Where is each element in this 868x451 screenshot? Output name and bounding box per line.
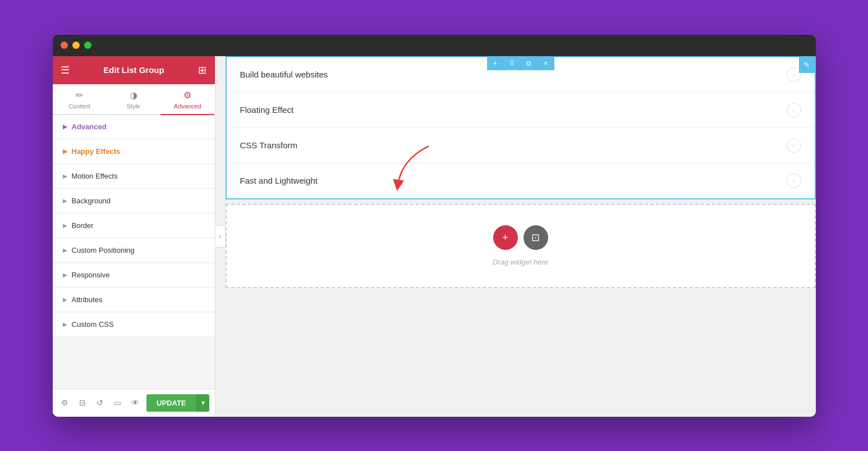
app-container: ☰ Edit List Group ⊞ ✏ Content ◑ Style ⚙ … — [53, 56, 816, 417]
style-tab-label: Style — [127, 103, 140, 110]
arrow-icon-bg: ▶ — [63, 198, 67, 204]
content-tab-icon: ✏ — [76, 90, 83, 101]
move-widget-btn[interactable]: ⠿ — [504, 57, 521, 70]
arrow-icon-advanced: ▶ — [63, 124, 67, 130]
plus-icon: + — [502, 232, 508, 244]
collapse-tab[interactable]: ‹ — [215, 225, 226, 248]
list-row-arrow[interactable]: › — [787, 174, 801, 188]
sidebar-item-happy-effects[interactable]: ▶ Happy Effects — [53, 140, 215, 163]
item-label-border: Border — [72, 221, 94, 230]
list-items-container: Build beautiful websites › Floating Effe… — [227, 57, 815, 198]
list-row-arrow[interactable]: › — [787, 103, 801, 117]
sidebar-items: ▶ Advanced ▶ Happy Effects ▶ Motion Effe… — [53, 115, 215, 389]
layers-footer-icon[interactable]: ⊟ — [76, 395, 89, 411]
widget-toolbar: + ⠿ ⧉ × — [487, 57, 554, 70]
hamburger-icon[interactable]: ☰ — [61, 64, 70, 76]
arrow-icon-css: ▶ — [63, 321, 67, 327]
sidebar-item-responsive[interactable]: ▶ Responsive — [53, 263, 215, 286]
list-row[interactable]: Floating Effect › — [227, 93, 815, 128]
update-button[interactable]: UPDATE — [146, 394, 196, 412]
drag-icons: + ⊡ — [493, 225, 548, 250]
widget-area: + ⠿ ⧉ × ✎ Build beautiful websites › — [226, 56, 816, 199]
advanced-tab-icon: ⚙ — [183, 90, 191, 101]
item-label-bg: Background — [72, 197, 111, 205]
sidebar-header: ☰ Edit List Group ⊞ — [53, 56, 215, 84]
sidebar-item-advanced[interactable]: ▶ Advanced — [53, 115, 215, 138]
sidebar-item-background[interactable]: ▶ Background — [53, 189, 215, 212]
sidebar-title: Edit List Group — [103, 65, 164, 75]
sidebar-item-custom-css[interactable]: ▶ Custom CSS — [53, 313, 215, 336]
eye-footer-icon[interactable]: 👁 — [129, 395, 143, 411]
desktop-footer-icon[interactable]: ▭ — [111, 395, 125, 411]
item-label-happy: Happy Effects — [72, 147, 121, 156]
arrow-icon-positioning: ▶ — [63, 247, 67, 253]
arrow-icon-border: ▶ — [63, 222, 67, 229]
app-window: ☰ Edit List Group ⊞ ✏ Content ◑ Style ⚙ … — [53, 35, 816, 417]
arrow-icon-happy: ▶ — [63, 148, 67, 154]
folder-widget-circle-btn[interactable]: ⊡ — [523, 225, 548, 250]
drag-widget-text: Drag widget here — [493, 258, 548, 266]
edit-corner-button[interactable]: ✎ — [799, 57, 815, 73]
list-row-arrow[interactable]: › — [787, 138, 801, 153]
sidebar-item-custom-positioning[interactable]: ▶ Custom Positioning — [53, 239, 215, 262]
add-widget-circle-btn[interactable]: + — [493, 225, 518, 250]
settings-footer-icon[interactable]: ⚙ — [58, 395, 72, 411]
drag-widget-area[interactable]: + ⊡ Drag widget here — [226, 204, 816, 288]
advanced-tab-label: Advanced — [174, 103, 201, 110]
edit-pen-icon: ✎ — [803, 61, 810, 69]
list-item-text: Floating Effect — [240, 105, 294, 115]
sidebar: ☰ Edit List Group ⊞ ✏ Content ◑ Style ⚙ … — [53, 56, 215, 417]
update-dropdown-button[interactable]: ▾ — [196, 394, 209, 412]
main-content: ‹ + ⠿ ⧉ × ✎ Build beautiful web — [215, 56, 816, 417]
maximize-dot[interactable] — [84, 42, 91, 49]
sidebar-tabs: ✏ Content ◑ Style ⚙ Advanced — [53, 84, 215, 115]
list-item-text: Build beautiful websites — [240, 70, 328, 79]
add-widget-btn[interactable]: + — [487, 57, 504, 70]
delete-widget-btn[interactable]: × — [538, 57, 554, 70]
style-tab-icon: ◑ — [130, 90, 137, 101]
list-row[interactable]: Fast and Lightweight › — [227, 163, 815, 198]
grid-icon[interactable]: ⊞ — [198, 64, 206, 76]
update-button-group: UPDATE ▾ — [146, 394, 209, 412]
minimize-dot[interactable] — [72, 42, 80, 49]
item-label-responsive: Responsive — [72, 271, 110, 279]
close-dot[interactable] — [61, 42, 68, 49]
duplicate-widget-btn[interactable]: ⧉ — [521, 57, 538, 70]
tab-content[interactable]: ✏ Content — [53, 84, 107, 114]
sidebar-footer: ⚙ ⊟ ↺ ▭ 👁 UPDATE ▾ — [53, 389, 215, 417]
history-footer-icon[interactable]: ↺ — [94, 395, 107, 411]
arrow-icon-attributes: ▶ — [63, 297, 67, 303]
tab-advanced[interactable]: ⚙ Advanced — [160, 84, 214, 115]
sidebar-item-motion-effects[interactable]: ▶ Motion Effects — [53, 165, 215, 188]
item-label-css: Custom CSS — [72, 320, 114, 329]
sidebar-item-attributes[interactable]: ▶ Attributes — [53, 288, 215, 311]
collapse-icon: ‹ — [219, 233, 221, 240]
list-item-text: Fast and Lightweight — [240, 176, 318, 185]
sidebar-item-border[interactable]: ▶ Border — [53, 214, 215, 237]
item-label-attributes: Attributes — [72, 295, 103, 304]
content-tab-label: Content — [68, 103, 90, 110]
item-label-motion: Motion Effects — [72, 172, 118, 180]
list-item-text: CSS Transform — [240, 140, 298, 150]
folder-icon: ⊡ — [531, 231, 540, 244]
item-label-advanced: Advanced — [72, 122, 107, 131]
arrow-icon-responsive: ▶ — [63, 272, 67, 278]
titlebar — [53, 35, 816, 56]
list-row[interactable]: CSS Transform › — [227, 128, 815, 163]
arrow-icon-motion: ▶ — [63, 173, 67, 179]
item-label-positioning: Custom Positioning — [72, 246, 135, 254]
tab-style[interactable]: ◑ Style — [107, 84, 160, 114]
